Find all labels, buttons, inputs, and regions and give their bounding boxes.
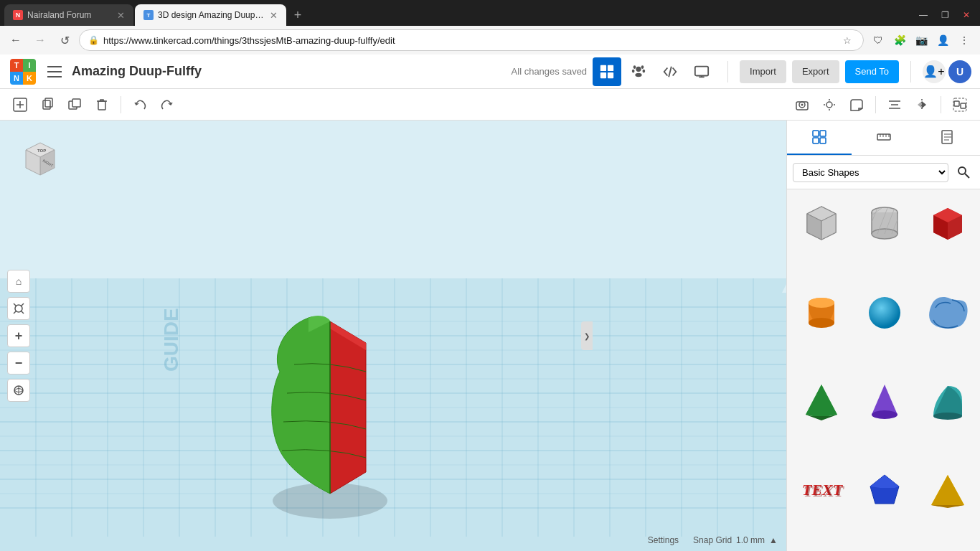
svg-point-8 [633,65,636,69]
svg-point-10 [632,69,635,72]
address-bar[interactable]: 🔒 https://www.tinkercad.com/things/3thss… [79,29,864,51]
profile-icon[interactable]: 👤 [933,30,953,50]
cone-purple-svg [862,379,908,425]
user-avatar[interactable]: U [948,60,971,83]
extensions-icon[interactable]: 🧩 [890,30,910,50]
shield-icon[interactable]: 🛡 [868,30,888,50]
shape-text-3d[interactable] [918,283,978,343]
close-window-button[interactable]: ✕ [957,6,976,24]
tab-close-nairaland[interactable]: ✕ [117,10,125,21]
address-bar-row: ← → ↺ 🔒 https://www.tinkercad.com/things… [0,26,980,55]
tab-close-tinkercad[interactable]: ✕ [270,10,278,21]
svg-rect-3 [600,65,606,70]
shape-sphere-blue[interactable] [854,283,915,343]
browser-chrome: N Nairaland Forum ✕ T 3D design Amazing … [0,0,980,55]
copy-paste-button[interactable] [36,93,59,116]
notes-button[interactable] [845,93,868,116]
panel-tab-grid[interactable] [787,121,852,155]
tinkercad-logo[interactable]: T I N K [9,57,37,86]
left-controls: ⌂ + − [7,270,30,402]
svg-rect-23 [98,101,105,110]
simulate-button[interactable] [687,57,716,86]
wedge-teal-svg [925,379,971,425]
new-tab-button[interactable]: + [288,5,308,25]
fit-view-button[interactable] [7,297,30,320]
search-shapes-button[interactable] [953,161,974,183]
shape-pyramid-yellow[interactable] [918,461,978,521]
delete-button[interactable] [90,93,113,116]
camera-button[interactable] [791,93,814,116]
panel-tab-ruler[interactable] [852,121,916,155]
home-view-button[interactable]: ⌂ [7,270,30,293]
zoom-out-button[interactable]: − [7,352,30,375]
tab-tinkercad[interactable]: T 3D design Amazing Duup-Fulfy ✕ [135,4,286,26]
import-button[interactable]: Import [740,60,786,83]
logo-i: I [23,59,36,72]
snap-grid-label: Snap Grid [693,535,732,545]
mirror-button[interactable] [910,93,933,116]
canvas-bottom: Settings Snap Grid 1.0 mm ▲ [648,535,778,545]
svg-marker-36 [918,101,922,108]
new-shape-button[interactable] [9,93,32,116]
export-button[interactable]: Export [792,60,839,83]
logo-k: K [23,72,36,85]
restore-button[interactable]: ❐ [936,6,954,24]
shape-pentagon-blue[interactable] [854,461,915,521]
toolbar [0,89,980,121]
shapes-category-dropdown[interactable]: Basic Shapes Letters Math Connectors [793,163,948,182]
shape-cylinder-orange[interactable] [791,283,852,343]
light-button[interactable] [818,93,841,116]
fit-icon [13,303,24,314]
send-to-button[interactable]: Send To [845,60,899,83]
app-menu-button[interactable] [43,60,66,83]
tab-nairaland[interactable]: N Nairaland Forum ✕ [4,4,133,26]
zoom-in-button[interactable]: + [7,324,30,347]
shape-cone-purple[interactable] [854,372,915,432]
collapse-panel-button[interactable]: ❯ [581,321,593,350]
codeblocks-button[interactable] [656,57,684,86]
shape-wedge-teal[interactable] [918,372,978,432]
duplicate-icon [67,98,82,112]
menu-icon[interactable]: ⋮ [954,30,974,50]
svg-marker-37 [922,101,926,108]
browser-actions: 🛡 🧩 📷 👤 ⋮ [868,30,974,50]
shape-pyramid-green[interactable] [791,372,852,432]
favicon-nairaland: N [13,10,23,20]
shape-text-logo[interactable]: TEXT TEXT [791,461,852,521]
grid-view-button[interactable] [593,57,621,86]
forward-button[interactable]: → [30,30,50,50]
back-button[interactable]: ← [6,30,26,50]
pentagon-blue-svg [862,468,908,514]
canvas-background: GUIDE [0,121,786,551]
shape-box-red[interactable] [918,194,978,254]
svg-marker-147 [931,505,964,508]
viewport[interactable]: GUIDE [0,121,786,551]
security-icon: 🔒 [88,35,99,45]
refresh-button[interactable]: ↺ [55,30,75,50]
perspective-button[interactable] [7,379,30,402]
panel-icon-tabs [787,121,980,156]
group-button[interactable] [948,93,971,116]
community-button[interactable] [624,57,653,86]
cylinder-orange-svg [798,290,844,336]
add-user-button[interactable]: 👤+ [923,60,946,83]
svg-point-132 [809,298,834,308]
star-icon[interactable]: ☆ [840,33,854,47]
user-icons: 👤+ U [923,60,971,83]
screenshot-icon[interactable]: 📷 [911,30,931,50]
snap-increment-button[interactable]: ▲ [769,535,778,545]
panel-tab-notes[interactable] [915,121,980,155]
toolbar-separator3 [941,96,941,113]
shape-cylinder-wireframe[interactable] [854,194,915,254]
box-red-svg [925,201,971,247]
align-button[interactable] [883,93,906,116]
undo-button[interactable] [128,93,151,116]
minimize-button[interactable]: — [914,6,933,24]
shape-box-wireframe[interactable] [791,194,852,254]
new-shape-icon [13,98,27,112]
settings-label[interactable]: Settings [648,535,679,545]
svg-marker-135 [806,385,837,416]
view-cube[interactable]: TOP RIGHT [11,132,69,192]
duplicate-button[interactable] [63,93,86,116]
redo-button[interactable] [156,93,179,116]
